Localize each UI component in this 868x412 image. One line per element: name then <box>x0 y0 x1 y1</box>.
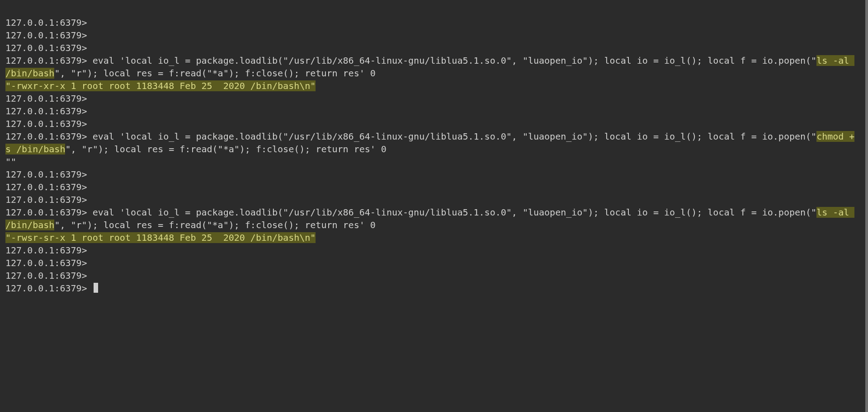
command-line: eval 'local io_l = package.loadlib("/usr… <box>87 55 817 66</box>
prompt: 127.0.0.1:6379> <box>5 245 87 256</box>
prompt: 127.0.0.1:6379> <box>5 106 87 117</box>
command-line: ", "r"); local res = f:read("*a"); f:clo… <box>65 144 386 154</box>
prompt: 127.0.0.1:6379> <box>5 55 87 66</box>
prompt: 127.0.0.1:6379> <box>5 17 87 28</box>
cursor-icon <box>94 283 98 293</box>
command-line: eval 'local io_l = package.loadlib("/usr… <box>87 207 817 218</box>
prompt: 127.0.0.1:6379> <box>5 194 87 205</box>
prompt: 127.0.0.1:6379> <box>5 118 87 129</box>
command-output: "-rwsr-sr-x 1 root root 1183448 Feb 25 2… <box>5 232 316 243</box>
prompt: 127.0.0.1:6379> <box>5 93 87 104</box>
prompt: 127.0.0.1:6379> <box>5 258 87 268</box>
terminal[interactable]: 127.0.0.1:6379> 127.0.0.1:6379> 127.0.0.… <box>0 0 868 412</box>
prompt: 127.0.0.1:6379> <box>5 30 87 41</box>
prompt: 127.0.0.1:6379> <box>5 169 87 180</box>
command-line: ", "r"); local res = f:read("*a"); f:clo… <box>54 68 375 79</box>
command-output: "-rwxr-xr-x 1 root root 1183448 Feb 25 2… <box>5 80 316 91</box>
prompt: 127.0.0.1:6379> <box>5 131 87 142</box>
prompt: 127.0.0.1:6379> <box>5 182 87 192</box>
prompt: 127.0.0.1:6379> <box>5 42 87 53</box>
command-line: ", "r"); local res = f:read("*a"); f:clo… <box>54 220 375 230</box>
prompt: 127.0.0.1:6379> <box>5 207 87 218</box>
prompt: 127.0.0.1:6379> <box>5 283 87 294</box>
command-line: eval 'local io_l = package.loadlib("/usr… <box>87 131 817 142</box>
prompt: 127.0.0.1:6379> <box>5 270 87 281</box>
command-output: "" <box>5 156 16 167</box>
